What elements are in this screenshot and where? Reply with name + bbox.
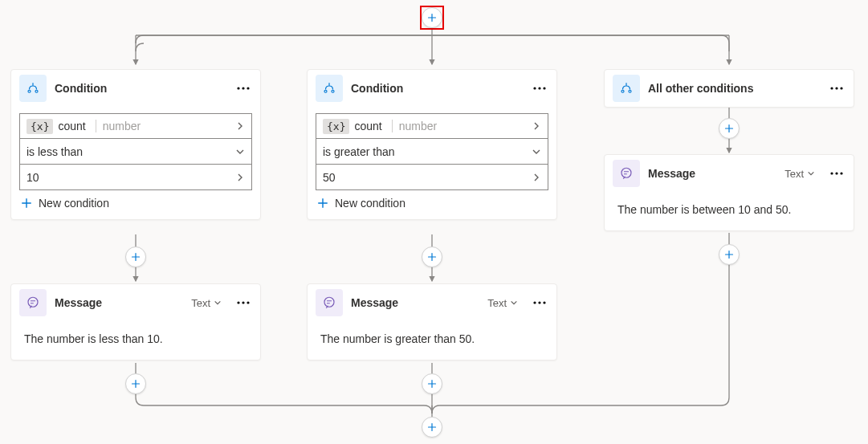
condition-title: Condition: [351, 82, 523, 95]
condition-card-1: Condition {x}countnumber is less than 10…: [10, 69, 261, 220]
svg-point-12: [538, 87, 540, 89]
condition-1-value[interactable]: 10: [19, 165, 252, 190]
chevron-right-icon: [525, 173, 548, 182]
svg-point-21: [835, 87, 837, 89]
svg-point-20: [830, 87, 833, 89]
svg-point-23: [621, 168, 631, 177]
svg-point-1: [35, 90, 38, 92]
message-title: Message: [55, 296, 183, 309]
condition-title: All other conditions: [648, 82, 820, 95]
add-step-branch-1b[interactable]: [125, 373, 146, 394]
condition-3-more[interactable]: [828, 87, 846, 90]
add-step-branch-1a[interactable]: [125, 246, 146, 267]
chevron-right-icon: [229, 121, 251, 131]
svg-point-6: [237, 301, 239, 303]
svg-point-10: [332, 90, 334, 92]
chevron-down-icon: [525, 147, 548, 157]
svg-point-11: [533, 87, 536, 89]
add-step-branch-2a[interactable]: [422, 246, 442, 267]
message-2-body[interactable]: The number is greater than 50.: [308, 321, 556, 360]
chevron-right-icon: [229, 173, 251, 182]
add-step-branch-3b[interactable]: [719, 244, 740, 265]
svg-point-0: [28, 90, 31, 92]
chevron-right-icon: [525, 121, 548, 131]
condition-2-variable[interactable]: {x}countnumber: [316, 113, 548, 139]
message-icon: [316, 289, 343, 316]
add-step-branch-3a[interactable]: [719, 118, 740, 139]
condition-2-more[interactable]: [531, 87, 548, 90]
message-card-2: Message Text The number is greater than …: [307, 283, 557, 360]
message-1-more[interactable]: [234, 301, 252, 304]
svg-point-8: [247, 301, 249, 303]
add-step-merge[interactable]: [422, 417, 442, 438]
svg-point-13: [543, 87, 545, 89]
condition-card-3: All other conditions: [604, 69, 854, 108]
message-1-mode[interactable]: Text: [191, 297, 222, 309]
svg-point-7: [242, 301, 244, 303]
message-card-1: Message Text The number is less than 10.: [10, 283, 261, 360]
svg-point-19: [629, 90, 631, 92]
message-icon: [613, 160, 640, 187]
svg-point-17: [543, 301, 545, 303]
add-condition-1[interactable]: New condition: [19, 190, 252, 211]
message-icon: [19, 289, 47, 316]
message-title: Message: [351, 296, 479, 309]
message-3-more[interactable]: [828, 172, 846, 175]
svg-point-9: [324, 90, 327, 92]
condition-title: Condition: [55, 82, 226, 95]
svg-point-25: [835, 172, 837, 174]
message-card-3: Message Text The number is between 10 an…: [604, 154, 854, 231]
svg-point-24: [830, 172, 833, 174]
condition-1-more[interactable]: [234, 87, 252, 90]
add-condition-2[interactable]: New condition: [316, 190, 548, 211]
branch-icon: [613, 75, 640, 102]
message-2-mode[interactable]: Text: [487, 297, 518, 309]
condition-1-operator[interactable]: is less than: [19, 139, 252, 165]
message-2-more[interactable]: [531, 301, 548, 304]
svg-point-5: [28, 297, 38, 307]
svg-point-26: [840, 172, 842, 174]
condition-card-2: Condition {x}countnumber is greater than…: [307, 69, 557, 220]
svg-point-22: [840, 87, 842, 89]
chevron-down-icon: [229, 147, 251, 157]
svg-point-3: [242, 87, 244, 89]
condition-2-value[interactable]: 50: [316, 165, 548, 190]
message-3-body[interactable]: The number is between 10 and 50.: [605, 192, 854, 230]
add-step-branch-2b[interactable]: [422, 373, 442, 394]
message-1-body[interactable]: The number is less than 10.: [11, 321, 260, 360]
condition-1-variable[interactable]: {x}countnumber: [19, 113, 252, 139]
message-3-mode[interactable]: Text: [784, 168, 815, 180]
svg-point-18: [621, 90, 624, 92]
condition-2-operator[interactable]: is greater than: [316, 139, 548, 165]
message-title: Message: [648, 167, 776, 180]
svg-point-15: [533, 301, 536, 303]
svg-point-4: [247, 87, 249, 89]
svg-point-14: [324, 297, 334, 307]
svg-point-16: [538, 301, 540, 303]
branch-icon: [19, 75, 47, 102]
svg-point-2: [237, 87, 239, 89]
add-step-top[interactable]: [422, 7, 442, 28]
branch-icon: [316, 75, 343, 102]
